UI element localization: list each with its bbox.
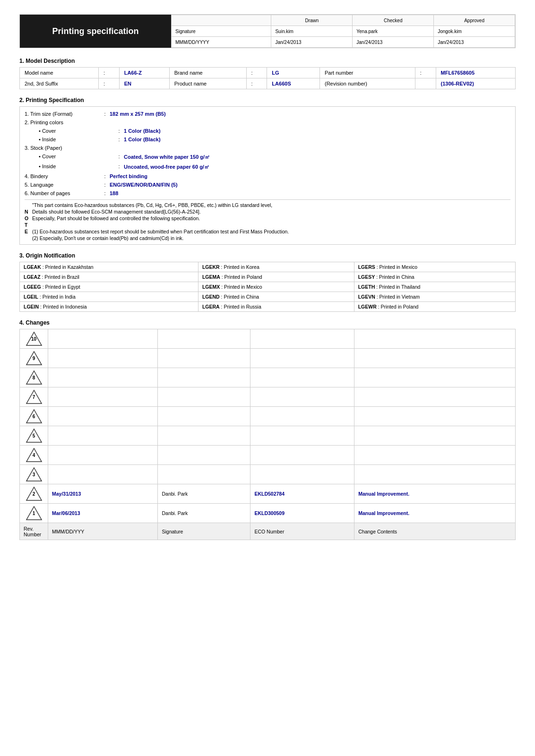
model-name-colon: : (98, 68, 119, 78)
rev-signature (158, 407, 250, 426)
note-t-text (32, 222, 510, 228)
inside-color-label: • Inside (39, 137, 114, 142)
rev-num: 3 (33, 472, 35, 477)
origin-cell: LGEVN : Printed in Vietnam (354, 292, 515, 302)
origin-cell: LGEIL : Printed in India (20, 292, 198, 302)
note-row-2: (2) Especially, Don't use or contain lea… (25, 235, 510, 241)
date-header: MMM/DD/YYY (48, 523, 158, 540)
rev-num: 4 (33, 453, 35, 458)
rev-signature: Danbi. Park (158, 484, 250, 504)
table-row: 8 (20, 368, 516, 387)
language-label: 5. Language (25, 182, 100, 188)
table-row: 4 (20, 446, 516, 465)
spec-trim-size: 1. Trim size (Format) : 182 mm x 257 mm … (25, 110, 510, 118)
revision-label: (Revision number) (320, 78, 415, 89)
section2-title: 2. Printing Specification (19, 97, 516, 103)
origin-cell: LGEEG : Printed in Egypt (20, 282, 198, 292)
rev-num: 10 (31, 336, 36, 342)
rev-signature (158, 465, 250, 484)
rev-eco: EKLD300509 (250, 504, 354, 523)
note-e-text: (1) Eco-hazardous substances test report… (32, 229, 510, 234)
rev-signature (158, 426, 250, 446)
note-row-t: T (25, 222, 510, 228)
rev-date (48, 465, 158, 484)
origin-cell: LGERS : Printed in Mexico (354, 262, 515, 272)
section1-title: 1. Model Description (19, 58, 516, 64)
change-contents-header: Change Contents (354, 523, 516, 540)
eco-number-header: ECO Number (250, 523, 354, 540)
cover-stock-value: Coated, Snow white paper 150 g/㎡ (124, 154, 210, 161)
header-area: Printing specification Drawn Checked App… (19, 14, 516, 48)
origin-cell: LGEAK : Printed in Kazakhstan (20, 262, 198, 272)
note-row-n: N Details should be followed Eco-SCM man… (25, 208, 510, 215)
cover-stock-label: • Cover (39, 154, 114, 161)
signature-header: Signature (158, 523, 250, 540)
rev-signature (158, 368, 250, 387)
rev-contents (354, 426, 516, 446)
rev-date (48, 387, 158, 407)
product-name-value: LA660S (267, 78, 320, 89)
rev-date (48, 426, 158, 446)
pages-value: 188 (110, 190, 118, 196)
rev-number-cell: 3 (20, 465, 48, 484)
changes-table: 10 9 (19, 329, 516, 540)
rev-contents (354, 368, 516, 387)
rev-eco (250, 426, 354, 446)
suffix-label: 2nd, 3rd Suffix (20, 78, 99, 89)
table-row: Model name : LA66-Z Brand name : LG Part… (20, 68, 516, 78)
rev-contents (354, 349, 516, 368)
origin-cell: LGEAZ : Printed in Brazil (20, 272, 198, 282)
model-table: Model name : LA66-Z Brand name : LG Part… (19, 67, 516, 89)
origin-cell: LGEND : Printed in China (198, 292, 354, 302)
rev-signature (158, 329, 250, 349)
rev-number-header: Rev. Number (20, 523, 48, 540)
rev-signature: Danbi. Park (158, 504, 250, 523)
rev-num: 5 (33, 433, 35, 438)
rev-contents: Manual Improvement. (354, 504, 516, 523)
table-row: LGEAZ : Printed in Brazil LGEMA : Printe… (20, 272, 516, 282)
suffix-colon: : (98, 78, 119, 89)
spec-notes: "This part contains Eco-hazardous substa… (25, 199, 510, 241)
rev-eco (250, 349, 354, 368)
table-row: 10 (20, 329, 516, 349)
inside-stock-value: Uncoated, wood-free paper 60 g/㎡ (124, 163, 209, 171)
rev-eco: EKLD502784 (250, 484, 354, 504)
origin-cell: LGEWR : Printed in Poland (354, 302, 515, 312)
brand-name-value: LG (267, 68, 320, 78)
language-value: ENG/SWE/NOR/DAN/FIN (5) (110, 182, 178, 188)
rev-number-cell: 1 (20, 504, 48, 523)
table-row: LGEAK : Printed in Kazakhstan LGEKR : Pr… (20, 262, 516, 272)
rev-contents (354, 387, 516, 407)
origin-cell: LGEMX : Printed in Mexico (198, 282, 354, 292)
rev-contents: Manual Improvement. (354, 484, 516, 504)
rev-num: 7 (33, 395, 35, 400)
revision-colon (415, 78, 436, 89)
rev-contents (354, 407, 516, 426)
section4-title: 4. Changes (19, 319, 516, 326)
note-row-intro: "This part contains Eco-hazardous substa… (25, 202, 510, 208)
page-wrapper: Printing specification Drawn Checked App… (19, 14, 516, 540)
rev-number-cell: 9 (20, 349, 48, 368)
origin-cell: LGEIN : Printed in Indonesia (20, 302, 198, 312)
rev-num: 2 (33, 491, 35, 497)
rev-num: 9 (33, 356, 35, 361)
section-changes: 4. Changes 10 (19, 319, 516, 540)
approval-table: Drawn Checked Approved Signature Suin.ki… (171, 15, 515, 48)
rev-num: 8 (33, 375, 35, 380)
spec-box: 1. Trim size (Format) : 182 mm x 257 mm … (19, 106, 516, 245)
bindery-value: Perfect binding (110, 173, 147, 179)
origin-cell: LGEKR : Printed in Korea (198, 262, 354, 272)
rev-number-cell: 7 (20, 387, 48, 407)
table-row: 5 (20, 426, 516, 446)
rev-date (48, 446, 158, 465)
table-row: LGEIL : Printed in India LGEND : Printed… (20, 292, 516, 302)
suffix-value: EN (119, 78, 169, 89)
table-row: 9 (20, 349, 516, 368)
triangle-wrap: 10 (26, 331, 43, 346)
rev-number-cell: 10 (20, 329, 48, 349)
rev-contents (354, 329, 516, 349)
spec-printing-colors: 2. Printing colors (25, 118, 510, 127)
rev-date: Mar/06/2013 (48, 504, 158, 523)
rev-eco (250, 387, 354, 407)
note-intro-text: "This part contains Eco-hazardous substa… (32, 202, 510, 208)
